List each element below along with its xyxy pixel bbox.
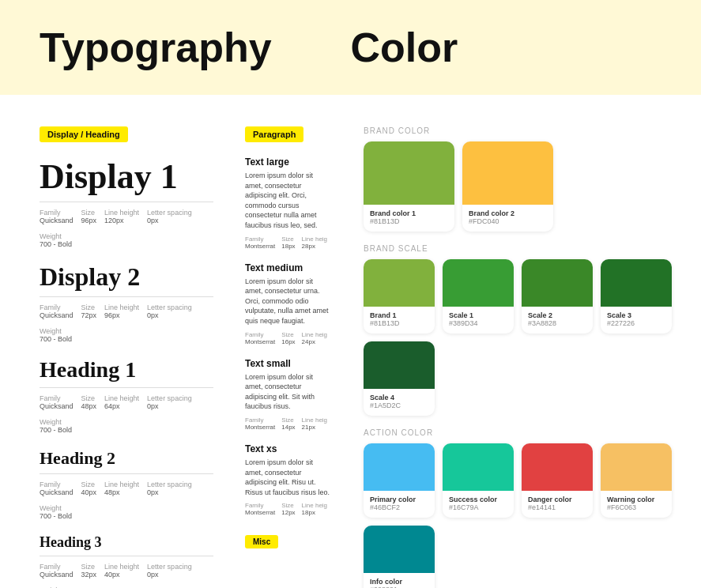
scale-swatch-hex-2: #3A8828 [528, 319, 586, 327]
action-swatch-box-0 [364, 443, 435, 491]
main-content: Display / Heading Display 1 FamilyQuicks… [0, 95, 701, 588]
action-swatch-box-4 [364, 526, 435, 573]
heading1-label: Heading 1 [40, 357, 213, 383]
para-large-label: Text large [245, 156, 332, 168]
paragraph-panel: Paragraph Text large Lorem ipsum dolor s… [237, 111, 348, 588]
type-heading3: Heading 3 FamilyQuicksand Size32px Line … [40, 534, 213, 588]
para-text-small: Text small Lorem ipsum dolor sit amet, c… [245, 358, 332, 431]
brand-swatch-hex-2: #FDC040 [469, 217, 547, 225]
scale-color-section: BRAND SCALE Brand 1 #81B13D Scale 1 #389… [364, 244, 677, 416]
type-divider [40, 202, 213, 202]
display1-label: Display 1 [40, 156, 213, 197]
action-color-label: ACTION COLOR [364, 428, 677, 437]
action-swatch-2: Danger color #e14141 [522, 443, 593, 518]
action-color-section: ACTION COLOR Primary color #46BCF2 Succe… [364, 428, 677, 588]
action-swatch-3: Warning color #F6C063 [601, 443, 672, 518]
scale-swatch-hex-3: #227226 [607, 319, 665, 327]
type-divider [40, 296, 213, 297]
scale-swatch-hex-0: #81B13D [370, 319, 428, 327]
heading3-label: Heading 3 [40, 534, 213, 551]
brand-color-section: BRAND COLOR Brand color 1 #81B13D Brand … [364, 126, 677, 232]
action-swatch-hex-0: #46BCF2 [370, 503, 428, 511]
scale-swatch-2: Scale 2 #3A8828 [522, 259, 593, 334]
brand-swatch-box-1 [364, 141, 454, 205]
scale-swatch-name-1: Scale 1 [449, 311, 507, 319]
scale-swatch-box-0 [364, 259, 435, 307]
scale-swatch-name-0: Brand 1 [370, 311, 428, 319]
color-title: Color [351, 24, 662, 71]
paragraph-badge: Paragraph [245, 126, 303, 142]
action-swatch-name-0: Primary color [370, 496, 428, 503]
action-swatch-name-3: Warning color [607, 496, 665, 503]
action-swatch-hex-2: #e14141 [528, 503, 586, 511]
scale-swatch-hex-4: #1A5D2C [370, 401, 428, 409]
scale-swatch-box-1 [443, 259, 514, 307]
action-swatch-1: Success color #16C79A [443, 443, 514, 518]
action-swatch-box-3 [601, 443, 672, 491]
action-swatch-4: Info color #008891 [364, 526, 435, 588]
scale-color-label: BRAND SCALE [364, 244, 677, 253]
type-divider [40, 387, 213, 388]
para-medium-text: Lorem ipsum dolor sit amet, consectetur … [245, 277, 332, 326]
action-color-row: Primary color #46BCF2 Success color #16C… [364, 443, 677, 588]
typography-badge: Display / Heading [40, 126, 128, 142]
scale-swatch-0: Brand 1 #81B13D [364, 259, 435, 334]
type-divider [40, 473, 213, 474]
color-panel: BRAND COLOR Brand color 1 #81B13D Brand … [348, 111, 701, 588]
scale-swatch-1: Scale 1 #389D34 [443, 259, 514, 334]
scale-swatch-box-4 [364, 341, 435, 389]
heading2-label: Heading 2 [40, 448, 213, 469]
brand-swatch-hex-1: #81B13D [370, 217, 448, 225]
para-text-large: Text large Lorem ipsum dolor sit amet, c… [245, 156, 332, 250]
typography-title: Typography [40, 24, 351, 71]
brand-swatch-2: Brand color 2 #FDC040 [462, 141, 553, 232]
scale-color-row: Brand 1 #81B13D Scale 1 #389D34 Scale 2 [364, 259, 677, 416]
display1-meta: FamilyQuicksand Size96px Line height120p… [40, 209, 213, 248]
misc-badge: Misc [245, 535, 278, 548]
scale-swatch-box-2 [522, 259, 593, 307]
action-swatch-name-2: Danger color [528, 496, 586, 503]
type-display2: Display 2 FamilyQuicksand Size72px Line … [40, 262, 213, 343]
action-swatch-box-1 [443, 443, 514, 491]
action-swatch-hex-1: #16C79A [449, 503, 507, 511]
para-xs-text: Lorem ipsum dolor sit amet, consectetur … [245, 458, 332, 497]
type-display1: Display 1 FamilyQuicksand Size96px Line … [40, 156, 213, 248]
brand-color-row: Brand color 1 #81B13D Brand color 2 #FDC… [364, 141, 677, 232]
scale-swatch-hex-1: #389D34 [449, 319, 507, 327]
para-text-medium: Text medium Lorem ipsum dolor sit amet, … [245, 262, 332, 345]
scale-swatch-name-2: Scale 2 [528, 311, 586, 319]
scale-swatch-3: Scale 3 #227226 [601, 259, 672, 334]
action-swatch-name-1: Success color [449, 496, 507, 503]
para-xs-label: Text xs [245, 443, 332, 454]
para-medium-label: Text medium [245, 262, 332, 273]
brand-color-label: BRAND COLOR [364, 126, 677, 135]
scale-swatch-4: Scale 4 #1A5D2C [364, 341, 435, 416]
brand-swatch-box-2 [462, 141, 553, 205]
scale-swatch-box-3 [601, 259, 672, 307]
brand-swatch-1: Brand color 1 #81B13D [364, 141, 454, 232]
type-heading2: Heading 2 FamilyQuicksand Size40px Line … [40, 448, 213, 520]
para-small-text: Lorem ipsum dolor sit amet, consectetur … [245, 372, 332, 412]
header-band: Typography Color [0, 0, 701, 95]
action-swatch-name-4: Info color [370, 578, 428, 586]
action-swatch-0: Primary color #46BCF2 [364, 443, 435, 518]
scale-swatch-name-4: Scale 4 [370, 394, 428, 401]
brand-swatch-name-2: Brand color 2 [469, 209, 547, 217]
typography-panel: Display / Heading Display 1 FamilyQuicks… [0, 111, 237, 588]
para-text-xs: Text xs Lorem ipsum dolor sit amet, cons… [245, 443, 332, 516]
type-heading1: Heading 1 FamilyQuicksand Size48px Line … [40, 357, 213, 434]
action-swatch-hex-3: #F6C063 [607, 503, 665, 511]
type-divider [40, 556, 213, 556]
scale-swatch-name-3: Scale 3 [607, 311, 665, 319]
para-large-text: Lorem ipsum dolor sit amet, consectetur … [245, 171, 332, 231]
display2-label: Display 2 [40, 262, 213, 292]
brand-swatch-name-1: Brand color 1 [370, 209, 448, 217]
para-small-label: Text small [245, 358, 332, 369]
action-swatch-box-2 [522, 443, 593, 491]
